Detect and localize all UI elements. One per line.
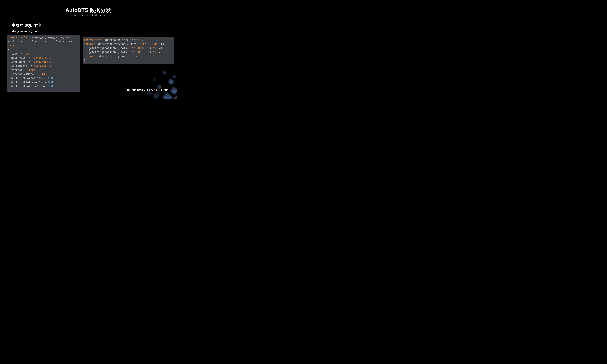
section-title: 生成的 SQL 作业： bbox=[12, 23, 45, 28]
code-block-insert: insert into `ingress_es_temp_table_294` … bbox=[82, 37, 174, 64]
logo-hash: # bbox=[154, 89, 156, 92]
section-subtitle: The generated SQL job bbox=[12, 30, 38, 33]
page-subtitle: AutoDTS data distribution bbox=[71, 14, 105, 17]
logo-part1: FLINK FORWARD bbox=[127, 89, 154, 92]
page-title: AutoDTS 数据分发 bbox=[66, 7, 111, 14]
code-block-create-table: create table ingress_es_temp_table_294 (… bbox=[7, 35, 80, 92]
logo-part2: ASIA 2020 bbox=[156, 89, 171, 92]
conference-logo: FLINK FORWARD #ASIA 2020 bbox=[127, 89, 171, 92]
